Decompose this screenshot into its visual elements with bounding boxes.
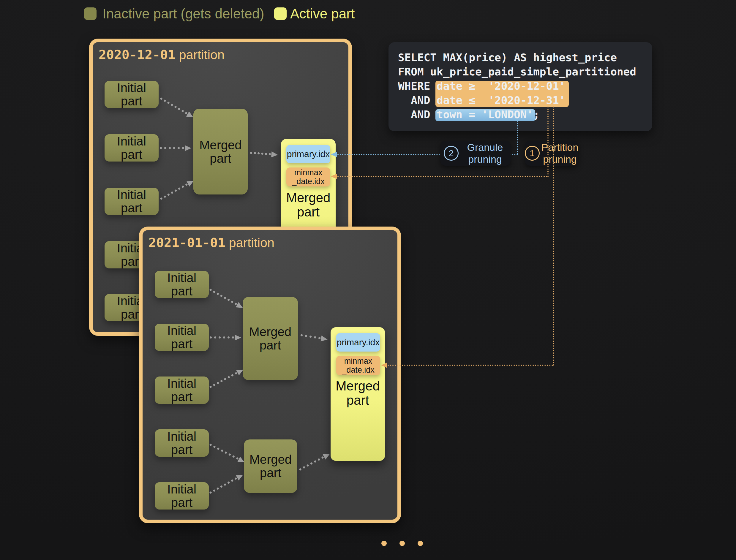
partition-arrowhead-icon — [381, 363, 387, 368]
partition-connector-horizontal — [337, 176, 547, 177]
partition-connector-vertical — [547, 106, 549, 177]
partition-arrowhead-icon — [331, 174, 337, 179]
diagram-canvas: Inactive part (gets deleted) Active part… — [0, 0, 736, 560]
partition-connector-horizontal — [388, 365, 553, 366]
partition-connector-vertical — [553, 106, 554, 366]
